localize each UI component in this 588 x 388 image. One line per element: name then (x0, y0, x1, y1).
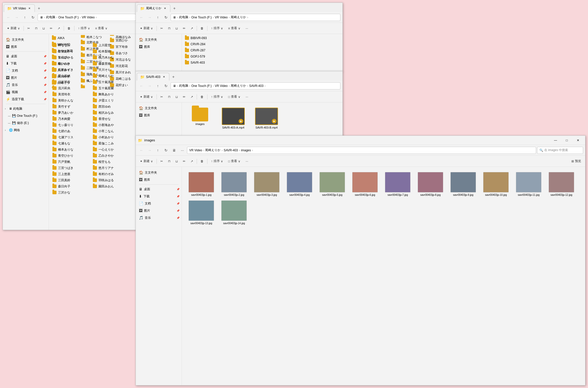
up-btn[interactable]: ↑ (21, 14, 28, 21)
breadcrumb-ozaki[interactable]: 🖥 › 此电脑 › One Touch (F:) › VR Video › 尾崎… (171, 14, 340, 21)
image-item[interactable]: savr00403jp-11.jpg (513, 171, 544, 197)
list-item-crvr284[interactable]: CRVR-284 (183, 41, 341, 47)
image-item[interactable]: savr00403jp-2.jpg (219, 171, 249, 197)
sidebar-home2[interactable]: 🏠 主文件夹 (136, 36, 182, 43)
minimize-btn[interactable]: — (550, 137, 561, 143)
list-item[interactable]: 七ッ森りり (50, 122, 91, 128)
refresh-btn-savr[interactable]: ↻ (162, 82, 170, 89)
search-box-images[interactable]: 🔍 在 images 中搜索 (537, 147, 583, 154)
image-item[interactable]: savr00403jp-8.jpg (415, 171, 446, 197)
delete-btn[interactable]: 🗑 (65, 25, 73, 32)
list-item[interactable]: 栗山莉緒 (50, 73, 91, 79)
tab-close-savr[interactable]: ✕ (162, 75, 166, 79)
list-item[interactable]: 有村のぞみ (91, 171, 133, 177)
delete-btn2[interactable]: 🗑 (198, 25, 206, 32)
sidebar-tree-onetouch[interactable]: — 💾 One Touch (F:) (3, 112, 49, 119)
copy-btn3[interactable]: ⊓ (166, 93, 172, 101)
list-item[interactable]: 松本梨穂 (91, 48, 133, 54)
list-item[interactable]: 岬ななみ (50, 42, 91, 48)
list-item[interactable]: 乃木絢愛 (50, 116, 91, 122)
sidebar-item-desktop[interactable]: 🖥 桌面 📌 (3, 53, 49, 60)
list-item[interactable]: 三上悠亜 (50, 171, 91, 177)
rename-btn[interactable]: ✏ (48, 25, 54, 32)
list-item[interactable]: 美竹すず (50, 104, 91, 110)
list-item[interactable]: 美澄玲衣 (50, 91, 91, 97)
computer-btn-images[interactable]: 🖥 (171, 147, 178, 154)
sidebar-download2[interactable]: ⬇ 下载 📌 (136, 193, 182, 200)
new-btn-ozaki[interactable]: ✦ 新建 ∨ (138, 25, 155, 32)
sidebar-tree-computer[interactable]: › 🖥 此电脑 (3, 105, 49, 112)
list-item[interactable]: 葵いぶき (50, 61, 91, 67)
list-item[interactable]: 藤森里穂 (91, 61, 133, 67)
sidebar-item-music[interactable]: 🎵 音乐 📌 (3, 81, 49, 88)
sidebar-music2[interactable]: 🎵 音乐 📌 (136, 214, 182, 221)
share-btn2[interactable]: ↗ (188, 25, 195, 32)
list-item[interactable]: 夢乃あいか (50, 110, 91, 116)
paste-btn2[interactable]: ⊔ (173, 25, 180, 32)
sort-btn3[interactable]: ↑ 排序 ∨ (209, 93, 225, 101)
new-btn-images[interactable]: ✦ 新建 ∨ (138, 157, 155, 165)
share-btn[interactable]: ↗ (56, 25, 62, 32)
list-item[interactable]: 五十嵐清華 (91, 79, 133, 85)
more-btn2[interactable]: ··· (243, 93, 250, 101)
list-item[interactable]: 三宮つばき (50, 165, 91, 171)
list-item[interactable]: 乙白さやか (91, 153, 133, 159)
refresh-btn-ozaki[interactable]: ↻ (162, 14, 170, 21)
list-item[interactable]: 尾崎えりか (91, 73, 133, 79)
sidebar-gallery2[interactable]: 🖼 图库 (136, 43, 182, 50)
up-btn-savr[interactable]: ↑ (154, 82, 161, 89)
list-item[interactable]: 七碧のあ (50, 128, 91, 134)
list-item[interactable]: 悠月リアナ (91, 165, 133, 171)
list-item-gopj[interactable]: GOPJ-579 (183, 53, 341, 60)
more-btn[interactable]: ··· (243, 25, 250, 32)
sidebar-home4[interactable]: 🏠 主文件夹 (136, 169, 182, 176)
list-item[interactable]: 宍戸里帆 (50, 159, 91, 165)
forward-btn[interactable]: → (13, 14, 20, 21)
list-item[interactable]: 小村あかり (91, 134, 133, 140)
forward-btn-savr[interactable]: → (146, 82, 153, 89)
refresh-btn[interactable]: ↻ (29, 14, 37, 21)
list-item[interactable]: 皆瀬あかり (50, 48, 91, 54)
rename-btn4[interactable]: ✏ (181, 157, 187, 165)
list-item[interactable]: 藍芽みずき (50, 67, 91, 73)
image-item[interactable]: savr00403jp-13.jpg (186, 199, 217, 226)
list-item[interactable]: 園田みおん (91, 183, 133, 189)
image-item[interactable]: savr00403jp-5.jpg (317, 171, 348, 197)
back-btn-ozaki[interactable]: ← (138, 14, 145, 21)
list-item-savr[interactable]: SAVR-403 (183, 60, 341, 66)
sidebar-tree-storage[interactable]: — 💾 储存 (E:) (3, 119, 49, 127)
tab-add-vr-video[interactable]: + (35, 5, 42, 12)
tab-add-savr[interactable]: + (170, 73, 177, 81)
image-item[interactable]: savr00403jp-7.jpg (382, 171, 413, 197)
grid-item-savr403b[interactable]: ▶ SAVR-403-B.mp4 (252, 107, 281, 130)
list-item[interactable]: 森日向子 (50, 183, 91, 189)
list-item[interactable]: 七瀬アリス (50, 134, 91, 140)
list-item[interactable]: 香澄せな (91, 116, 133, 122)
view-btn[interactable]: ≡ 查看 ∨ (93, 25, 109, 32)
list-item[interactable]: 舞島あかり (91, 91, 133, 97)
list-item[interactable]: 桃乃木かな (91, 54, 133, 61)
list-item[interactable]: 流川莉央 (50, 85, 91, 91)
list-item[interactable]: 相沢みなみ (91, 110, 133, 116)
paste-btn[interactable]: ⊔ (40, 25, 47, 32)
rename-btn3[interactable]: ✏ (181, 93, 187, 101)
paste-btn4[interactable]: ⊔ (173, 157, 180, 165)
paste-btn3[interactable]: ⊔ (173, 93, 180, 101)
copy-btn2[interactable]: ⊓ (166, 25, 172, 32)
tab-savr[interactable]: 📁 SAVR-403 ✕ (137, 73, 169, 81)
list-item[interactable]: 桜空もも (91, 159, 133, 165)
copy-btn[interactable]: ⊓ (33, 25, 39, 32)
list-item[interactable]: 星伽ここみ (91, 140, 133, 146)
image-item[interactable]: savr00403jp-14.jpg (219, 199, 249, 226)
breadcrumb-images[interactable]: VR Video › 尾崎えりか › SAVR-403 › images › (187, 147, 536, 154)
image-item[interactable]: savr00403jp-4.jpg (284, 171, 315, 197)
list-item[interactable]: 天川そら (91, 67, 133, 73)
list-item[interactable]: 三田真鈴 (50, 177, 91, 183)
forward-btn-images[interactable]: → (146, 147, 153, 154)
delete-btn3[interactable]: 🗑 (198, 93, 206, 101)
list-item[interactable]: 皆月ひかる (50, 54, 91, 61)
grid-item-images[interactable]: images (186, 107, 214, 127)
image-item[interactable]: savr00403jp-10.jpg (481, 171, 511, 197)
sort-btn2[interactable]: ↑ 排序 ∨ (209, 25, 225, 32)
copy-btn4[interactable]: ⊓ (166, 157, 172, 165)
